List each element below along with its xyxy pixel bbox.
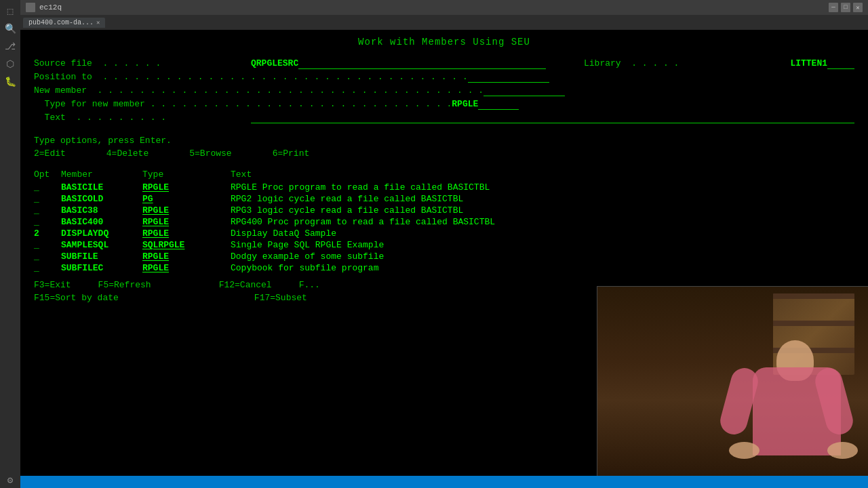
tab-bar: pub400.com-da... ✕ <box>20 15 868 30</box>
table-row: _BASIC38RPGLERPG3 logic cycle read a fil… <box>34 205 854 216</box>
table-body: _BASICILERPGLERPGLE Proc program to read… <box>34 182 854 273</box>
row-member: SAMPLESQL <box>61 240 142 250</box>
row-opt: _ <box>34 240 61 250</box>
row-type: SQLRPGLE <box>142 240 231 250</box>
app-icon <box>26 3 35 12</box>
f3-key: F3=Exit <box>34 280 71 290</box>
options-row: 2=Edit 4=Delete 5=Browse 6=Print <box>34 148 854 159</box>
title-bar-controls: — □ ✕ <box>829 3 863 12</box>
maximize-button[interactable]: □ <box>841 3 850 12</box>
row-type: RPGLE <box>142 182 231 192</box>
f15-key: F15=Sort by date <box>34 293 119 303</box>
table-row: _BASIC400RPGLERPG400 Proc program to rea… <box>34 217 854 227</box>
library-value: LITTEN1 <box>790 58 827 68</box>
position-to-label: Position to . . . . . . . . . . . . . . … <box>34 72 468 82</box>
table-row: _SUBFILERPGLEDodgy example of some subfi… <box>34 251 854 262</box>
text-row: Text . . . . . . . . . <box>34 113 854 123</box>
row-opt: _ <box>34 217 61 227</box>
table-row: _BASICILERPGLERPGLE Proc program to read… <box>34 182 854 192</box>
row-type: RPGLE <box>142 263 231 273</box>
row-text: RPG3 logic cycle read a file called BASI… <box>231 205 854 216</box>
row-type: PG <box>142 194 231 204</box>
row-member: BASIC400 <box>61 217 142 227</box>
active-tab[interactable]: pub400.com-da... ✕ <box>23 18 105 28</box>
terminal-area[interactable]: Work with Members Using SEU Source file … <box>20 30 868 476</box>
sidebar-icon-1[interactable]: ⬚ <box>2 3 18 19</box>
source-file-row: Source file . . . . . . QRPGLESRC Librar… <box>34 58 854 69</box>
opt-4: 4=Delete <box>106 148 149 159</box>
opt-2: 2=Edit <box>34 148 66 159</box>
close-button[interactable]: ✕ <box>853 3 863 12</box>
row-member: BASICILE <box>61 182 142 192</box>
col-header-text: Text <box>231 169 854 180</box>
text-label: Text . . . . . . . . . <box>34 113 251 123</box>
col-header-type: Type <box>142 169 231 180</box>
row-member: SUBFILEC <box>61 263 142 273</box>
row-member: BASIC38 <box>61 205 142 216</box>
tab-close-button[interactable]: ✕ <box>96 19 100 26</box>
library-label: Library . . . . . <box>573 58 790 68</box>
title-bar-left: ec12q <box>26 3 62 12</box>
webcam-overlay <box>597 286 868 476</box>
row-opt: _ <box>34 251 61 262</box>
opt-5: 5=Browse <box>189 148 231 159</box>
main-area: ec12q — □ ✕ pub400.com-da... ✕ Work with… <box>20 0 868 488</box>
row-text: Dodgy example of some subfile <box>231 251 854 262</box>
sidebar-icon-5[interactable]: 🐛 <box>2 73 18 89</box>
row-opt: _ <box>34 194 61 204</box>
f-other-key: F... <box>299 280 320 290</box>
type-new-member-label: Type for new member . . . . . . . . . . … <box>34 99 452 109</box>
col-header-member: Member <box>61 169 142 180</box>
sidebar-icon-2[interactable]: 🔍 <box>2 20 18 37</box>
f12-key: F12=Cancel <box>219 280 272 290</box>
sidebar-icon-bottom-1[interactable]: ⚙ <box>2 472 18 488</box>
row-opt: _ <box>34 263 61 273</box>
minimize-button[interactable]: — <box>829 3 838 12</box>
sidebar-icon-3[interactable]: ⎇ <box>2 38 18 54</box>
table-header: Opt Member Type Text <box>34 169 854 180</box>
new-member-label: New member . . . . . . . . . . . . . . .… <box>34 85 484 96</box>
table-row: _SAMPLESQLSQLRPGLESingle Page SQL RPGLE … <box>34 240 854 250</box>
col-header-opt: Opt <box>34 169 61 180</box>
row-member: SUBFILE <box>61 251 142 262</box>
row-text: RPGLE Proc program to read a file called… <box>231 182 854 192</box>
row-opt: _ <box>34 182 61 192</box>
title-bar-text: ec12q <box>39 3 62 12</box>
page-title: Work with Members Using SEU <box>34 37 854 47</box>
sidebar-icon-4[interactable]: ⬡ <box>2 56 18 72</box>
table-row: _SUBFILECRPGLECopybook for subfile progr… <box>34 263 854 273</box>
row-text: Display DataQ Sample <box>231 228 854 239</box>
title-bar: ec12q — □ ✕ <box>20 0 868 15</box>
f17-key: F17=Subset <box>254 293 307 303</box>
type-new-member-value: RPGLE <box>452 99 478 109</box>
new-member-row: New member . . . . . . . . . . . . . . .… <box>34 85 854 96</box>
row-text: Single Page SQL RPGLE Example <box>231 240 854 250</box>
instructions-line1: Type options, press Enter. <box>34 136 854 146</box>
row-type: RPGLE <box>142 205 231 216</box>
table-row: _BASICOLDPGRPG2 logic cycle read a file … <box>34 194 854 204</box>
webcam-content <box>597 287 868 476</box>
row-opt: _ <box>34 205 61 216</box>
position-to-row: Position to . . . . . . . . . . . . . . … <box>34 72 854 83</box>
sidebar: ⬚ 🔍 ⎇ ⬡ 🐛 ⚙ <box>0 0 20 488</box>
row-member: BASICOLD <box>61 194 142 204</box>
tab-label: pub400.com-da... <box>28 19 94 26</box>
row-type: RPGLE <box>142 228 231 239</box>
table-row: 2DISPLAYDQRPGLEDisplay DataQ Sample <box>34 228 854 239</box>
source-file-value: QRPGLESRC <box>251 58 298 68</box>
row-opt: 2 <box>34 228 61 239</box>
row-text: Copybook for subfile program <box>231 263 854 273</box>
status-bar <box>20 476 868 488</box>
type-new-member-row: Type for new member . . . . . . . . . . … <box>34 99 854 110</box>
f5-key: F5=Refresh <box>98 280 151 290</box>
source-file-label: Source file . . . . . . <box>34 58 251 68</box>
row-type: RPGLE <box>142 251 231 262</box>
row-text: RPG2 logic cycle read a file called BASI… <box>231 194 854 204</box>
row-member: DISPLAYDQ <box>61 228 142 239</box>
opt-6: 6=Print <box>273 148 310 159</box>
row-type: RPGLE <box>142 217 231 227</box>
row-text: RPG400 Proc program to read a file calle… <box>231 217 854 227</box>
